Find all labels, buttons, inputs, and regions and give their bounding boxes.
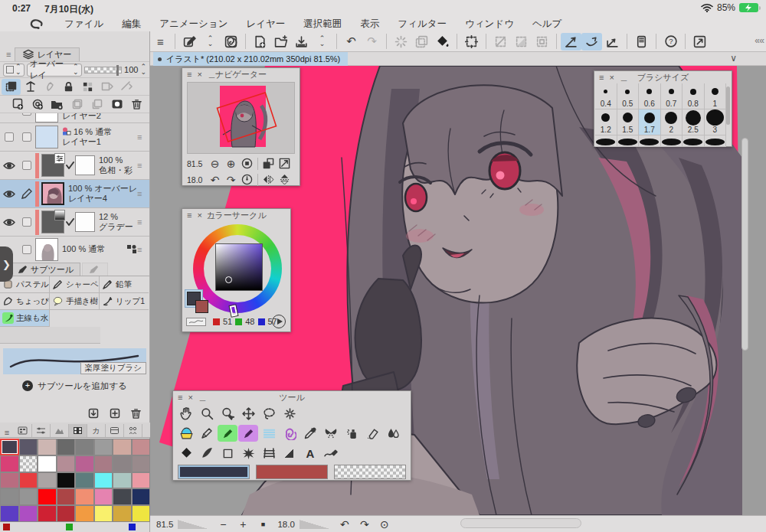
brush-size-cell[interactable]: [661, 135, 683, 147]
figure-tool[interactable]: [218, 445, 237, 462]
color-swatch[interactable]: [94, 472, 113, 489]
palette-close-icon[interactable]: ×: [188, 391, 192, 403]
palette-minimize-icon[interactable]: ＿: [198, 391, 207, 403]
color-swatch[interactable]: [113, 439, 132, 455]
background-color-swatch[interactable]: [195, 300, 208, 313]
visibility-eye-icon[interactable]: [3, 162, 15, 170]
color-circle-header[interactable]: ≡ × ＿ カラーサークル: [182, 209, 290, 221]
brush-size-cell[interactable]: [639, 135, 661, 147]
duplicate-swatch-icon[interactable]: [104, 404, 125, 422]
tab-approx-color[interactable]: カ: [87, 424, 106, 437]
subtool-item[interactable]: ちょっぴ: [0, 293, 50, 310]
pattern-spiral-tool[interactable]: [280, 425, 300, 442]
main-color-swatch[interactable]: [178, 465, 250, 479]
color-swatch[interactable]: [19, 455, 38, 472]
color-swatch[interactable]: [113, 505, 132, 522]
brush-size-cell[interactable]: [683, 135, 705, 147]
navigator-thumbnail[interactable]: [187, 82, 295, 154]
nav-fit-window-button[interactable]: [277, 157, 293, 171]
color-swatch[interactable]: [75, 488, 94, 505]
color-swatch[interactable]: [75, 472, 94, 489]
palette-minimize-icon[interactable]: ＿: [208, 209, 216, 221]
set-as-ruler-icon[interactable]: [97, 79, 116, 95]
transfer-down-icon[interactable]: [87, 96, 106, 113]
layer-row-selected[interactable]: 100 % オーバーレイレイヤー4 ≡: [0, 180, 149, 208]
layer-mask-icon[interactable]: [107, 96, 126, 113]
menu-item[interactable]: ファイル: [55, 18, 113, 31]
subtool-item-selected[interactable]: 主線も水: [0, 310, 50, 327]
menu-item[interactable]: ヘルプ: [523, 18, 571, 31]
main-menu-icon[interactable]: ≡: [150, 33, 171, 51]
subtool-item[interactable]: リップ1: [100, 293, 149, 310]
open-file-icon[interactable]: [270, 33, 291, 51]
new-raster-layer-icon[interactable]: [8, 96, 27, 113]
eyedropper-tool[interactable]: [300, 425, 320, 442]
saturation-value-square[interactable]: [215, 243, 263, 291]
transparent-color-swatch[interactable]: [186, 318, 206, 326]
opacity-stepper[interactable]: ⌃⌄: [140, 64, 146, 75]
edit-pen-icon[interactable]: [179, 33, 200, 51]
color-swatch[interactable]: [75, 505, 94, 522]
palette-menu-icon[interactable]: ≡: [178, 391, 182, 403]
color-swatch[interactable]: [57, 439, 76, 455]
tab-sliders-icon[interactable]: [32, 424, 51, 437]
color-swatch[interactable]: [38, 505, 57, 522]
menu-item[interactable]: 表示: [351, 18, 388, 31]
color-swatch[interactable]: [94, 455, 113, 472]
zoom-slider[interactable]: [178, 520, 208, 529]
document-tab[interactable]: イラスト* (210.02 x 210.02mm 350dpi 81.5%): [153, 52, 348, 66]
zoom-tool[interactable]: [197, 405, 217, 422]
object-tool[interactable]: [280, 405, 300, 422]
add-subtool-button[interactable]: + サブツールを追加する: [0, 374, 149, 397]
gradient-tool[interactable]: [197, 445, 217, 462]
reference-layer-icon[interactable]: [21, 79, 40, 95]
nav-fit-screen-button[interactable]: [260, 157, 277, 171]
clip-to-layer-below-icon[interactable]: [2, 79, 21, 95]
navigator-header[interactable]: ≡ × ＿ ナビゲーター: [182, 68, 300, 80]
menu-item[interactable]: フィルター: [388, 18, 456, 31]
ruler-tool[interactable]: [280, 445, 300, 462]
color-swatch[interactable]: [57, 488, 76, 505]
color-swatch[interactable]: [0, 488, 19, 505]
nav-actual-size-button[interactable]: [239, 157, 255, 171]
transparent-swatch[interactable]: [334, 465, 406, 479]
color-swatch[interactable]: [129, 524, 136, 530]
brush-size-cell[interactable]: 1.2: [595, 109, 617, 135]
thumbnail-size-dropdown[interactable]: ⌃⌄: [3, 64, 25, 77]
brush-size-cell[interactable]: 0.4: [595, 83, 617, 109]
help-icon[interactable]: ?: [660, 33, 681, 51]
tab-pose-icon[interactable]: [124, 424, 142, 437]
palette-close-icon[interactable]: ×: [197, 209, 201, 221]
brush-size-cell[interactable]: 3: [705, 109, 727, 135]
palette-close-icon[interactable]: ×: [197, 68, 201, 80]
visibility-eye-icon[interactable]: [3, 190, 15, 198]
color-swatch[interactable]: [38, 439, 57, 455]
blend-mode-dropdown[interactable]: オーバーレイ⌃⌄: [27, 64, 82, 77]
color-swatch[interactable]: [0, 439, 19, 455]
blend-tool[interactable]: [383, 425, 403, 442]
menu-item[interactable]: レイヤー: [237, 18, 294, 31]
redo-icon[interactable]: ↷: [362, 33, 382, 51]
brush-stroke-preview[interactable]: 楽厚塗りブラシ: [3, 348, 146, 374]
tab-history-icon[interactable]: [106, 424, 124, 437]
sub-color-swatch[interactable]: [256, 465, 328, 479]
visibility-eye-icon[interactable]: [3, 218, 15, 227]
color-swatch[interactable]: [75, 455, 94, 472]
new-canvas-icon[interactable]: [250, 33, 270, 51]
horizontal-scrollbar[interactable]: [460, 518, 581, 528]
nav-rotate-ccw-button[interactable]: ↶: [207, 173, 223, 187]
tab-gradient-icon[interactable]: [51, 424, 69, 437]
palette-menu-icon[interactable]: ≡: [187, 68, 192, 80]
rotate-view-tool[interactable]: [218, 405, 237, 422]
rotation-slider[interactable]: [300, 520, 330, 529]
snap-to-ruler-icon[interactable]: [561, 33, 581, 51]
color-swatch[interactable]: [19, 472, 38, 489]
rotate-cw-button[interactable]: ↷: [355, 518, 375, 530]
reset-rotation-button[interactable]: ⊙: [375, 518, 394, 530]
delete-swatch-icon[interactable]: [126, 404, 146, 422]
nav-zoom-in-button[interactable]: ⊕: [223, 157, 239, 171]
color-swatch[interactable]: [19, 439, 38, 455]
tab-intermediate-color-icon[interactable]: [69, 424, 87, 437]
tool-switch-chevrons-icon[interactable]: ⌃⌄: [200, 33, 221, 51]
color-swatch[interactable]: [75, 439, 94, 455]
